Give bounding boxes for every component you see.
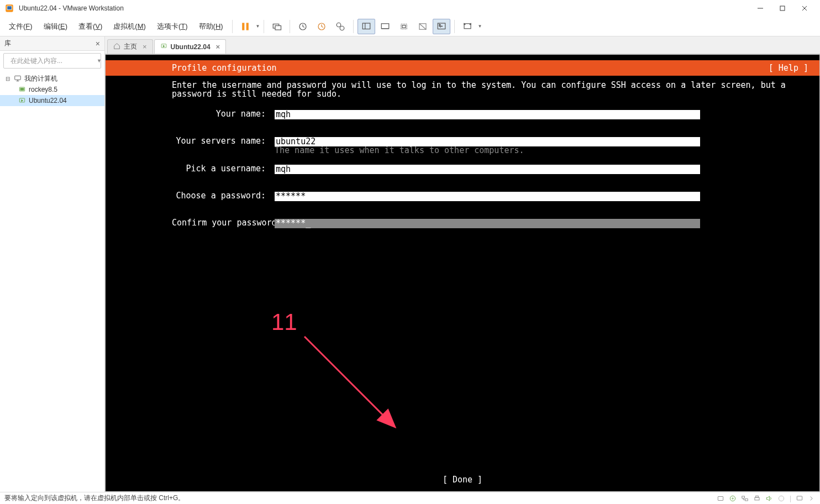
- enter-fullscreen-button[interactable]: [459, 19, 476, 34]
- menu-view[interactable]: 查看(V): [73, 18, 108, 35]
- vm-playing-icon: [18, 96, 27, 105]
- network-icon[interactable]: [741, 495, 749, 502]
- svg-rect-4: [780, 6, 785, 11]
- sidebar: 库 × ▼ ⊟ 我的计算机 rockey8.5 Ubuntu22.04: [0, 36, 105, 492]
- view-stretch-button[interactable]: [395, 19, 413, 34]
- printer-icon[interactable]: [753, 495, 761, 502]
- sidebar-close-button[interactable]: ×: [96, 39, 100, 48]
- menu-vm[interactable]: 虚拟机(M): [108, 18, 151, 35]
- svg-rect-17: [381, 23, 389, 28]
- server-name-input[interactable]: ubuntu22: [275, 137, 700, 146]
- disk-icon[interactable]: [717, 495, 724, 502]
- search-dropdown-icon[interactable]: ▼: [97, 58, 102, 64]
- done-button[interactable]: [ Done ]: [443, 475, 482, 485]
- tree-item-label: Ubuntu22.04: [29, 97, 67, 104]
- svg-marker-46: [766, 496, 769, 500]
- svg-rect-48: [797, 496, 802, 500]
- svg-rect-10: [275, 25, 281, 30]
- svg-rect-7: [242, 23, 244, 30]
- tree-item-rockey[interactable]: rockey8.5: [0, 84, 104, 95]
- tab-close-button[interactable]: ×: [143, 43, 147, 51]
- menu-help[interactable]: 帮助(H): [193, 18, 229, 35]
- window-maximize-button[interactable]: [771, 0, 793, 17]
- installer-header: Profile configuration [ Help ]: [106, 60, 819, 76]
- statusbar-text: 要将输入定向到该虚拟机，请在虚拟机内部单击或按 Ctrl+G。: [4, 494, 185, 503]
- vm-tree: ⊟ 我的计算机 rockey8.5 Ubuntu22.04: [0, 71, 104, 108]
- window-close-button[interactable]: [793, 0, 816, 17]
- svg-rect-32: [20, 88, 24, 91]
- installer-instructions: Enter the username and password you will…: [172, 81, 808, 99]
- pause-dropdown-icon[interactable]: ▼: [256, 24, 260, 29]
- window-minimize-button[interactable]: [749, 0, 771, 17]
- installer-help-button[interactable]: [ Help ]: [769, 63, 808, 73]
- menu-edit[interactable]: 编辑(E): [38, 18, 73, 35]
- installer-title: Profile configuration: [172, 63, 277, 73]
- tab-ubuntu[interactable]: Ubuntu22.04 ×: [154, 39, 227, 54]
- your-name-input[interactable]: mqh: [275, 110, 700, 119]
- vm-console[interactable]: Profile configuration [ Help ] Enter the…: [105, 54, 820, 492]
- your-name-label: Your name:: [172, 110, 275, 118]
- pause-button[interactable]: [236, 19, 254, 34]
- svg-rect-19: [401, 24, 407, 29]
- username-input[interactable]: mqh: [275, 165, 700, 174]
- fullscreen-dropdown-icon[interactable]: ▼: [478, 24, 482, 29]
- annotation-arrow-icon: [299, 331, 409, 436]
- svg-rect-8: [246, 23, 248, 30]
- vm-icon: [18, 85, 27, 94]
- view-console-button[interactable]: [358, 19, 375, 34]
- cd-icon[interactable]: [729, 495, 737, 502]
- sidebar-title: 库: [4, 39, 11, 48]
- sidebar-search-input[interactable]: [10, 57, 93, 65]
- usb-icon[interactable]: [777, 495, 785, 502]
- tab-home[interactable]: 主页 ×: [107, 39, 153, 54]
- svg-rect-44: [755, 497, 759, 500]
- vm-playing-icon: [160, 43, 167, 51]
- send-ctrl-alt-del-button[interactable]: [268, 19, 286, 34]
- field-server-name: Your servers name: ubuntu22 The name it …: [172, 137, 808, 155]
- statusbar: 要将输入定向到该虚拟机，请在虚拟机内部单击或按 Ctrl+G。 |: [0, 492, 820, 504]
- message-icon[interactable]: [796, 495, 803, 502]
- snapshot-revert-button[interactable]: [313, 19, 330, 34]
- menu-tabs[interactable]: 选项卡(T): [151, 18, 193, 35]
- window-titlebar: Ubuntu22.04 - VMware Workstation: [0, 0, 820, 17]
- home-icon: [113, 43, 120, 51]
- confirm-password-input[interactable]: ******_: [275, 219, 700, 228]
- field-password: Choose a password: ******: [172, 192, 808, 201]
- password-input[interactable]: ******: [275, 192, 700, 201]
- view-fullscreen-button[interactable]: >_: [433, 19, 450, 34]
- svg-point-13: [337, 23, 341, 27]
- svg-marker-36: [162, 45, 165, 47]
- window-title: Ubuntu22.04 - VMware Workstation: [19, 4, 124, 12]
- svg-line-38: [304, 337, 393, 425]
- svg-text:>_: >_: [439, 23, 442, 27]
- menubar: 文件(F) 编辑(E) 查看(V) 虚拟机(M) 选项卡(T) 帮助(H) ▼ …: [0, 17, 820, 36]
- tab-label: Ubuntu22.04: [171, 43, 211, 51]
- svg-rect-39: [718, 496, 723, 500]
- svg-point-14: [340, 26, 344, 30]
- content-pane: 主页 × Ubuntu22.04 × Profile configuration…: [105, 36, 820, 492]
- svg-rect-42: [742, 496, 745, 498]
- sound-icon[interactable]: [765, 495, 773, 502]
- view-thumbnail-button[interactable]: [376, 19, 394, 34]
- svg-rect-45: [756, 496, 759, 497]
- snapshot-take-button[interactable]: [294, 19, 312, 34]
- tree-collapse-icon[interactable]: ⊟: [4, 76, 11, 82]
- server-name-label: Your servers name:: [172, 137, 275, 145]
- svg-rect-20: [402, 25, 406, 28]
- tree-root-my-computer[interactable]: ⊟ 我的计算机: [0, 73, 104, 84]
- svg-rect-15: [362, 23, 370, 29]
- app-icon: [4, 3, 14, 13]
- tab-close-button[interactable]: ×: [216, 43, 220, 51]
- menu-file[interactable]: 文件(F): [3, 18, 38, 35]
- view-unity-button[interactable]: [414, 19, 432, 34]
- chevron-icon[interactable]: [808, 495, 816, 502]
- svg-line-22: [419, 23, 426, 29]
- sidebar-search[interactable]: ▼: [3, 53, 101, 69]
- svg-point-40: [730, 496, 735, 501]
- svg-marker-34: [21, 99, 23, 102]
- tree-item-ubuntu[interactable]: Ubuntu22.04: [0, 95, 104, 106]
- snapshot-manager-button[interactable]: [332, 19, 349, 34]
- field-username: Pick a username: mqh: [172, 165, 808, 174]
- username-label: Pick a username:: [172, 165, 275, 173]
- tree-root-label: 我的计算机: [24, 74, 57, 83]
